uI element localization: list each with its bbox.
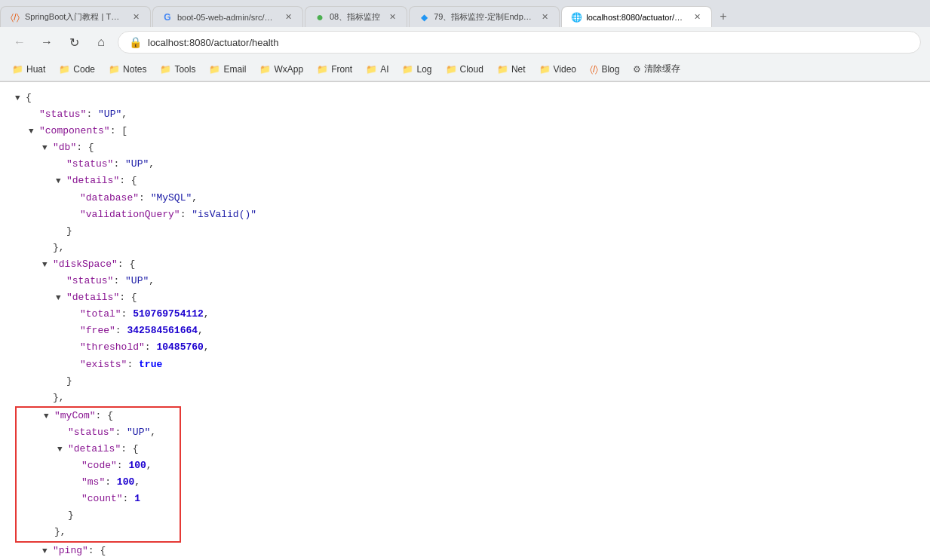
toggle-0[interactable]: ▼ bbox=[15, 91, 26, 106]
tab-label-4: 79、指标监控-定制Endpoint_#... bbox=[434, 11, 533, 23]
bookmark-label-video: Video bbox=[554, 64, 576, 75]
bookmark-label-front: Front bbox=[331, 64, 352, 75]
tab-monitor2[interactable]: ◆ 79、指标监控-定制Endpoint_#... ✕ bbox=[409, 6, 560, 27]
folder-icon-email: 📁 bbox=[209, 64, 220, 75]
tab-label-2: boot-05-web-admin/src/main... bbox=[177, 13, 276, 22]
json-line-4: "status": "UP", bbox=[15, 156, 915, 173]
tab-icon-2: G bbox=[162, 12, 173, 23]
json-line-26: }, bbox=[17, 524, 180, 540]
back-button[interactable]: ← bbox=[9, 32, 30, 53]
bookmark-label-tools: Tools bbox=[174, 64, 195, 75]
bookmark-net[interactable]: 📁 Net bbox=[491, 62, 532, 77]
folder-icon-video: 📁 bbox=[539, 64, 551, 75]
json-line-6: "database": "MySQL", bbox=[15, 190, 915, 207]
tab-label-3: 08、指标监控 bbox=[330, 11, 380, 23]
bookmark-notes[interactable]: 📁 Notes bbox=[103, 62, 152, 77]
bookmark-label-email: Email bbox=[223, 64, 246, 75]
bookmark-log[interactable]: 📁 Log bbox=[396, 62, 437, 77]
json-line-0: ▼ { bbox=[15, 90, 915, 106]
json-line-24: "count": 1 bbox=[17, 491, 180, 507]
json-line-3: ▼ "db": { bbox=[15, 139, 915, 156]
bookmark-settings[interactable]: ⚙ 清除缓存 bbox=[627, 60, 686, 78]
bookmark-label-huat: Huat bbox=[26, 64, 45, 75]
bookmark-tools[interactable]: 📁 Tools bbox=[154, 62, 201, 77]
toggle-2[interactable]: ▼ bbox=[29, 124, 39, 139]
home-button[interactable]: ⌂ bbox=[91, 32, 112, 53]
toggle-3[interactable]: ▼ bbox=[42, 141, 53, 155]
folder-icon-ai: 📁 bbox=[366, 64, 377, 75]
toggle-27[interactable]: ▼ bbox=[42, 544, 53, 558]
tab-icon-5: 🌐 bbox=[571, 12, 582, 23]
folder-icon-front: 📁 bbox=[317, 64, 328, 75]
json-line-1: "status": "UP", bbox=[15, 106, 915, 123]
tab-close-5[interactable]: ✕ bbox=[692, 11, 702, 23]
folder-icon-huat: 📁 bbox=[12, 64, 23, 75]
tab-bar: 〈/〉 SpringBoot入门教程 | The Blog ✕ G boot-0… bbox=[0, 0, 930, 27]
folder-icon-wxapp: 📁 bbox=[259, 64, 271, 75]
json-line-22: "code": 100, bbox=[17, 457, 180, 474]
json-line-18: }, bbox=[15, 390, 915, 406]
json-line-5: ▼ "details": { bbox=[15, 173, 915, 189]
refresh-button[interactable]: ↻ bbox=[63, 32, 84, 53]
url-bar[interactable]: 🔒 localhost:8080/actuator/health bbox=[118, 31, 921, 54]
new-tab-button[interactable]: + bbox=[714, 6, 732, 27]
json-line-8: } bbox=[15, 223, 915, 240]
bookmark-wxapp[interactable]: 📁 WxApp bbox=[253, 62, 309, 77]
folder-icon-code: 📁 bbox=[59, 64, 70, 75]
tab-close-4[interactable]: ✕ bbox=[540, 11, 550, 23]
json-line-19: ▼ "myCom": { bbox=[17, 408, 180, 424]
json-line-7: "validationQuery": "isValid()" bbox=[15, 207, 915, 223]
tab-label-5: localhost:8080/actuator/healt... bbox=[586, 13, 685, 22]
toggle-10[interactable]: ▼ bbox=[42, 258, 53, 272]
toggle-5[interactable]: ▼ bbox=[56, 174, 66, 188]
bookmark-label-log: Log bbox=[416, 64, 431, 75]
bookmark-cloud[interactable]: 📁 Cloud bbox=[440, 62, 490, 77]
bookmark-label-ai: AI bbox=[380, 64, 388, 75]
bookmark-code[interactable]: 📁 Code bbox=[53, 62, 101, 77]
url-text: localhost:8080/actuator/health bbox=[148, 37, 910, 48]
json-line-27: ▼ "ping": { bbox=[15, 543, 915, 559]
json-line-25: } bbox=[17, 507, 180, 524]
browser-chrome: 〈/〉 SpringBoot入门教程 | The Blog ✕ G boot-0… bbox=[0, 0, 930, 82]
folder-icon-cloud: 📁 bbox=[446, 64, 457, 75]
json-line-2: ▼ "components": [ bbox=[15, 123, 915, 139]
json-line-20: "status": "UP", bbox=[17, 424, 180, 441]
bookmark-blog[interactable]: 〈/〉 Blog bbox=[584, 62, 625, 77]
tab-close-3[interactable]: ✕ bbox=[388, 11, 397, 23]
tab-icon-3: ● bbox=[315, 12, 325, 23]
bookmark-front[interactable]: 📁 Front bbox=[311, 62, 358, 77]
tab-springboot[interactable]: 〈/〉 SpringBoot入门教程 | The Blog ✕ bbox=[0, 6, 151, 27]
json-line-15: "threshold": 10485760, bbox=[15, 339, 915, 356]
bookmark-video[interactable]: 📁 Video bbox=[533, 62, 582, 77]
folder-icon-net: 📁 bbox=[497, 64, 508, 75]
toggle-21[interactable]: ▼ bbox=[57, 442, 68, 457]
tab-close-2[interactable]: ✕ bbox=[284, 11, 293, 23]
json-line-13: "total": 510769754112, bbox=[15, 306, 915, 323]
toggle-4 bbox=[56, 158, 66, 172]
bookmark-label-blog: Blog bbox=[601, 64, 619, 75]
folder-icon-log: 📁 bbox=[402, 64, 413, 75]
tab-localhost[interactable]: 🌐 localhost:8080/actuator/healt... ✕ bbox=[561, 6, 712, 27]
bookmark-label-cloud: Cloud bbox=[460, 64, 483, 75]
json-line-16: "exists": true bbox=[15, 357, 915, 373]
code-icon-blog: 〈/〉 bbox=[590, 64, 598, 75]
json-line-9: }, bbox=[15, 240, 915, 256]
bookmark-email[interactable]: 📁 Email bbox=[203, 62, 252, 77]
bookmark-huat[interactable]: 📁 Huat bbox=[6, 62, 51, 77]
json-line-23: "ms": 100, bbox=[17, 474, 180, 491]
tab-monitor1[interactable]: ● 08、指标监控 ✕ bbox=[305, 6, 407, 27]
tab-github[interactable]: G boot-05-web-admin/src/main... ✕ bbox=[152, 6, 303, 27]
forward-button[interactable]: → bbox=[36, 32, 57, 53]
toggle-1 bbox=[29, 108, 39, 122]
toggle-19[interactable]: ▼ bbox=[44, 409, 54, 424]
folder-icon-notes: 📁 bbox=[109, 64, 120, 75]
json-line-10: ▼ "diskSpace": { bbox=[15, 256, 915, 273]
mycom-highlight-box: ▼ "myCom": { "status": "UP", ▼ "details"… bbox=[15, 406, 181, 543]
gear-icon-settings: ⚙ bbox=[633, 64, 641, 75]
bookmark-ai[interactable]: 📁 AI bbox=[360, 62, 394, 77]
toggle-12[interactable]: ▼ bbox=[56, 291, 66, 305]
folder-icon-tools: 📁 bbox=[160, 64, 171, 75]
tab-close-1[interactable]: ✕ bbox=[131, 11, 141, 23]
address-bar: ← → ↻ ⌂ 🔒 localhost:8080/actuator/health bbox=[0, 27, 930, 57]
json-line-11: "status": "UP", bbox=[15, 273, 915, 289]
